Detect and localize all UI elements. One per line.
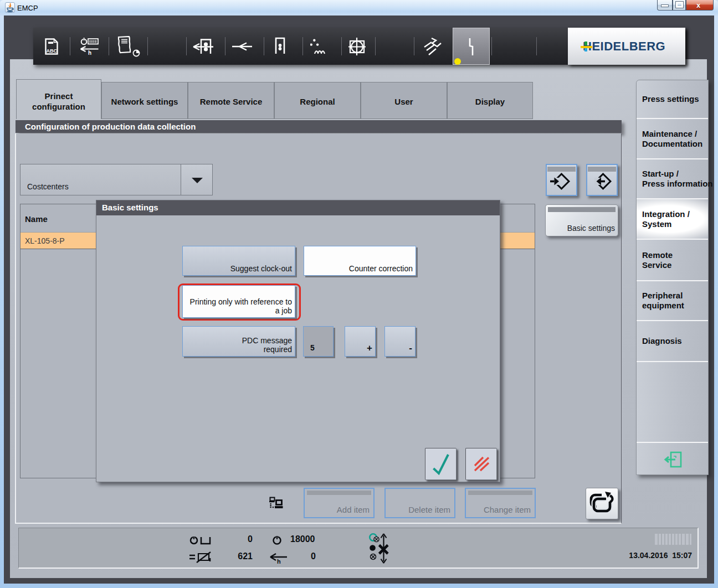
svg-text:ABC: ABC: [47, 48, 58, 54]
svg-text:h: h: [277, 558, 281, 565]
svg-text:h: h: [88, 50, 91, 56]
